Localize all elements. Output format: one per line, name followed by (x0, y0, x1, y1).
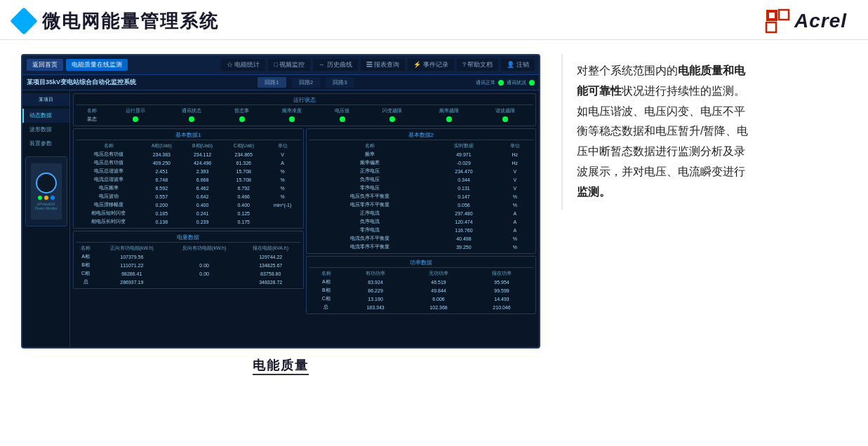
desc-bold-1: 电能质量和电 (678, 65, 745, 76)
topbar-tab-video[interactable]: □ 视频监控 (268, 59, 310, 71)
sidebar-item-dynamic[interactable]: 动态数据 (22, 109, 69, 123)
comm-status-led (498, 80, 504, 86)
col-comm: 通讯状态 (163, 107, 220, 115)
right-data-col: 基本数据2 名称 实时数据 单位 频率49.971Hz 频率偏差-0.029Hz (306, 128, 537, 316)
col-foverlimit: 频率越限 (420, 107, 476, 115)
status-led-2 (529, 80, 535, 86)
basic-data-1-section: 基本数据1 名称 A相(Uab) B相(Uab) C相(Uab) 单位 (73, 128, 304, 229)
bd1-col-b: B相(Uab) (182, 142, 222, 150)
acrel-logo-text: Acrel (794, 10, 847, 32)
status-indicators: 通讯正常 通讯状况 (476, 79, 535, 86)
dashboard-topbar: 返回首页 电能质量在线监测 ☆ 电能统计 □ 视频监控 ～ 历史曲线 ☰ 报表查… (22, 55, 539, 75)
topbar-tab-statistics[interactable]: ☆ 电能统计 (221, 59, 266, 71)
topbar-tab-home[interactable]: 返回首页 (27, 59, 63, 71)
table-row: 频率49.971Hz (309, 150, 534, 158)
basic-data-2-section: 基本数据2 名称 实时数据 单位 频率49.971Hz 频率偏差-0.029Hz (306, 128, 537, 254)
dashboard-screenshot: 返回首页 电能质量在线监测 ☆ 电能统计 □ 视频监控 ～ 历史曲线 ☰ 报表查… (21, 54, 540, 349)
table-row: 正序电流297.480A (309, 209, 534, 217)
bd1-col-c: C相(Uab) (223, 142, 265, 150)
col-freq: 频率准度 (264, 107, 320, 115)
circuit-tab-2[interactable]: 回路2 (292, 77, 320, 88)
page-title: 微电网能量管理系统 (42, 9, 219, 34)
device-image: APView600Power Monitor (25, 156, 67, 227)
status-transient (220, 115, 265, 123)
energy-section: 电量数据 名称 正向有功电能(kW.h) 反向有功电能(kW.h) 报在电能(k… (73, 231, 304, 289)
topbar-tab-quality[interactable]: 电能质量在线监测 (66, 59, 128, 71)
topbar-tab-history[interactable]: ～ 历史曲线 (313, 59, 358, 71)
table-row: 相电压长时闪变0.1380.2390.175 (76, 217, 301, 226)
topbar-tab-report[interactable]: ☰ 报表查询 (361, 59, 406, 71)
main-content: 返回首页 电能质量在线监测 ☆ 电能统计 □ 视频监控 ～ 历史曲线 ☰ 报表查… (0, 40, 868, 389)
col-transient: 暂态事 (220, 107, 265, 115)
desc-intro: 对整个系统范围内的 (577, 65, 678, 76)
screenshot-caption: 电能质量 (253, 357, 309, 375)
table-row: 电压波动0.5570.6420.466% (76, 192, 301, 201)
table-row: 正序电压234.470V (309, 167, 534, 175)
topbar-tab-logout[interactable]: 👤 注销 (501, 59, 535, 71)
col-flash: 闪变越限 (364, 107, 420, 115)
table-row: 零序电流116.760A (309, 226, 534, 234)
table-row: A相83.92446.51995.954 (309, 278, 534, 286)
status-flash (364, 115, 420, 123)
sidebar-title: 某项目 (22, 93, 69, 106)
table-row: C相68286.410.0083758.80 (76, 269, 301, 278)
sidebar-item-params[interactable]: 装置参数 (22, 137, 69, 151)
topbar-tab-event[interactable]: ⚡ 事件记录 (408, 59, 454, 71)
device-label: APView600Power Monitor (34, 202, 57, 210)
running-status-title: 运行状态 (76, 96, 533, 105)
running-status-section: 运行状态 名称 运行显示 通讯状态 暂态事 频率准度 电压值 闪变越限 频率越限 (73, 93, 536, 126)
system-title-bar: 某项目35kV变电站综合自动化监控系统 回路1 回路2 回路3 通讯正常 通讯状… (22, 75, 539, 90)
brand-diamond-icon (10, 7, 38, 35)
left-data-col: 基本数据1 名称 A相(Uab) B相(Uab) C相(Uab) 单位 (73, 128, 304, 316)
status-row: 装态 (76, 115, 533, 123)
col-name: 名称 (76, 107, 107, 115)
table-row: 电压总谐波率2.4512.39315.708% (76, 167, 301, 175)
page-header: 微电网能量管理系统 Acrel (0, 0, 868, 40)
topbar-tab-help[interactable]: ? 帮助文档 (457, 59, 499, 71)
col-volt: 电压值 (321, 107, 365, 115)
desc-detail-2: 衡等稳态数据和电压暂升/暂降、电 (577, 125, 748, 137)
circuit-tab-3[interactable]: 回路3 (326, 77, 354, 88)
table-row: 负序电流120.474A (309, 217, 534, 226)
table-row: B相86.22949.84499.599 (309, 286, 534, 295)
table-row: B相111071.220.00134825.67 (76, 261, 301, 269)
table-row: 电流总谐波率6.7486.66815.708% (76, 175, 301, 184)
desc-detail-3: 压中断暂态数据进行监测分析及录 (577, 145, 745, 157)
acrel-logo: Acrel (765, 8, 847, 34)
desc-detail: 如电压谐波、电压闪变、电压不平 (577, 105, 745, 117)
sidebar-item-waveform[interactable]: 波形数据 (22, 123, 69, 137)
table-row: 电压总有功值409.250424.49661.326A (76, 158, 301, 167)
status-fover (420, 115, 476, 123)
running-status-table: 名称 运行显示 通讯状态 暂态事 频率准度 电压值 闪变越限 频率越限 谐波越限 (76, 107, 533, 123)
table-row: 相电压短时闪变0.1850.2410.125 (76, 209, 301, 217)
bd1-col-unit: 单位 (265, 142, 301, 150)
status-volt (321, 115, 365, 123)
dashboard-body: 某项目 动态数据 波形数据 装置参数 APView (22, 90, 539, 349)
bd1-col-a: A相(Uab) (141, 142, 182, 150)
status-freq (264, 115, 320, 123)
header-left: 微电网能量管理系统 (14, 9, 219, 34)
status-name: 装态 (76, 115, 107, 123)
table-row: 电流零序不平衡度39.250% (309, 243, 534, 251)
table-row: 电流负序不平衡度40.498% (309, 234, 534, 243)
basic-data-1-table: 名称 A相(Uab) B相(Uab) C相(Uab) 单位 电压总有功值234.… (76, 142, 301, 226)
description-area: 对整个系统范围内的电能质量和电 能可靠性状况进行持续性的监测。 如电压谐波、电压… (561, 54, 847, 210)
col-run: 运行显示 (107, 107, 163, 115)
power-section: 功率数据 名称 有功功率 无功功率 报在功率 A相83.92446.51995.… (306, 256, 537, 314)
led-3 (51, 196, 55, 200)
table-row: A相107379.56129744.22 (76, 252, 301, 261)
circuit-tab-1[interactable]: 回路1 (258, 77, 286, 88)
table-row: 频率偏差-0.029Hz (309, 158, 534, 167)
device-dial (36, 173, 57, 194)
dashboard-sidebar: 某项目 动态数据 波形数据 装置参数 APView (22, 90, 70, 349)
desc-bold-2: 能可靠性 (577, 85, 622, 97)
svg-rect-3 (766, 22, 776, 32)
table-row: 总286937.19348328.72 (76, 278, 301, 286)
table-row: 电压总有功值234.383234.112234.865V (76, 150, 301, 158)
basic-data-1-title: 基本数据1 (76, 131, 301, 140)
status-harmonic (477, 115, 533, 123)
table-row: 电压漂移幅度0.2000.4000.400min^(-1) (76, 201, 301, 209)
device-inner: APView600Power Monitor (31, 163, 62, 219)
desc-middle: 状况进行持续性的监测。 (622, 85, 745, 97)
device-leds (38, 196, 55, 200)
